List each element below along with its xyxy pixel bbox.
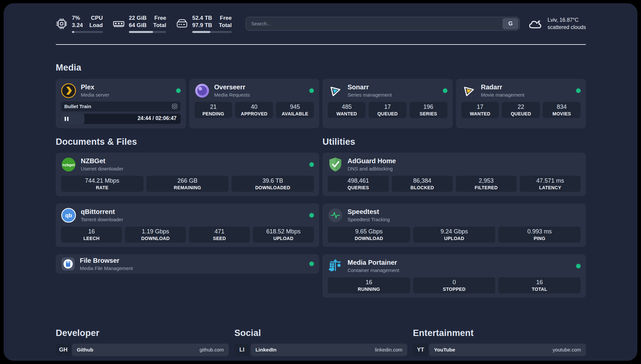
app-name: Speedtest [348,208,390,216]
status-online-dot [443,88,447,93]
app-desc: Series management [348,92,392,98]
github-abbr-icon: GH [56,344,71,356]
section-title-documents: Documents & Files [56,137,319,147]
app-desc: DNS and adblocking [348,166,396,171]
section-title-entertainment: Entertainment [413,328,586,338]
app-name: Media Portainer [348,259,399,266]
app-name: File Browser [80,257,133,264]
pause-icon [64,116,69,121]
app-card-nzbget[interactable]: nzbget NZBGet Usenet downloader 744.21 M… [56,153,319,196]
social-links-column: Social LI LinkedIn linkedin.com TW Twitt… [234,328,408,361]
stat-upload: 9.24 GbpsUPLOAD [413,227,496,243]
overseerr-icon [195,83,210,98]
stat-queries: 498,461QUERIES [328,176,389,192]
bookmark-name: Github [77,347,93,353]
app-card-portainer[interactable]: Media Portainer Container management 16R… [322,254,586,298]
bookmark-name: YouTube [434,347,455,353]
bookmark-url: linkedin.com [375,347,402,352]
app-name: NZBGet [81,157,123,165]
app-card-sonarr[interactable]: Sonarr Series management 485WANTED 17QUE… [322,79,453,128]
cpu-load-value: 3.24 [72,22,83,29]
developer-links-column: Developer GH Github github.com SO StackO… [56,328,229,361]
bookmark-youtube[interactable]: YT YouTube youtube.com [413,344,586,356]
cpu-label: CPU [89,15,103,22]
app-name: AdGuard Home [348,157,396,165]
stat-queued: 17QUEUED [369,102,407,118]
weather-location-temp: Lviv, 16.87°C [547,16,586,24]
storage-free-label: Free [219,15,231,22]
section-title-developer: Developer [56,328,229,338]
nzbget-icon: nzbget [61,157,76,172]
stat-ping: 0.993 msPING [498,227,581,243]
app-card-plex[interactable]: Plex Media server Bullet Train 24:44 / 0… [56,79,186,128]
app-desc: Media File Management [80,265,133,271]
stat-available: 945AVAILABLE [276,102,314,118]
app-card-qbittorrent[interactable]: qb qBittorrent Torrent downloader 16LEEC… [56,203,319,247]
weather-widget[interactable]: Lviv, 16.87°C scattered clouds [528,16,586,31]
stat-queued: 22QUEUED [502,102,540,118]
speedtest-icon [328,208,343,223]
app-card-filebrowser[interactable]: File Browser Media File Management [56,254,319,274]
status-online-dot [309,162,314,167]
bookmark-linkedin[interactable]: LI LinkedIn linkedin.com [234,344,408,356]
status-online-dot [576,264,581,268]
stat-filtered: 2,953FILTERED [456,176,517,192]
search-input[interactable] [246,21,503,26]
entertainment-links-column: Entertainment YT YouTube youtube.com NF … [413,328,586,361]
memory-progressbar [129,31,166,33]
status-online-dot [176,88,181,93]
bookmark-url: youtube.com [553,347,581,352]
storage-progressbar [192,31,232,33]
app-desc: Media server [81,92,109,98]
cpu-progressbar [72,31,103,33]
memory-free-label: Free [153,15,166,22]
app-card-adguard[interactable]: AdGuard Home DNS and adblocking 498,461Q… [322,153,586,196]
stat-wanted: 17WANTED [461,102,499,118]
bookmark-github[interactable]: GH Github github.com [56,344,229,356]
storage-free-value: 52.4 TB [192,15,212,22]
stat-series: 196SERIES [410,102,447,118]
adguard-icon [328,157,343,172]
stat-rate: 744.21 MbpsRATE [61,176,143,192]
status-online-dot [309,213,314,218]
app-card-overseerr[interactable]: Overseerr Media Requests 21PENDING 40APP… [189,79,320,128]
storage-stat-widget: 52.4 TB 97.9 TB Free Total [176,15,232,33]
now-playing-session-icon[interactable] [172,104,177,109]
cloud-icon [528,17,543,30]
qbittorrent-icon: qb [61,208,76,223]
memory-free-value: 22 GiB [129,15,147,22]
app-desc: Movie management [481,92,525,98]
cpu-percent: 7% [72,15,83,22]
stat-pending: 21PENDING [195,102,232,118]
section-title-social: Social [234,328,408,338]
playback-progressbar[interactable]: 24:44 / 02:06:47 [61,114,181,124]
svg-text:nzbget: nzbget [62,163,75,167]
memory-total-value: 64 GiB [129,22,147,29]
linkedin-abbr-icon: LI [234,344,250,356]
memory-total-label: Total [153,22,166,29]
search-engine-button[interactable]: G [503,18,518,29]
stat-downloaded: 39.6 TBDOWNLOADED [231,176,314,192]
filebrowser-icon [61,257,75,271]
status-online-dot [309,261,314,266]
stat-seed: 471SEED [189,227,250,243]
stat-blocked: 86,384BLOCKED [392,176,453,192]
status-online-dot [576,88,581,93]
memory-stat-widget: 22 GiB 64 GiB Free Total [113,15,166,33]
stat-wanted: 485WANTED [328,102,366,118]
plex-icon [61,83,76,98]
app-desc: Torrent downloader [81,217,123,222]
app-desc: Media Requests [214,92,250,98]
app-name: qBittorrent [81,208,123,216]
app-card-radarr[interactable]: Radarr Movie management 17WANTED 22QUEUE… [456,79,586,128]
app-desc: Container management [348,267,399,273]
app-name: Overseerr [214,83,250,91]
svg-text:qb: qb [65,212,72,219]
app-card-speedtest[interactable]: Speedtest Speedtest Tracking 9.65 GbpsDO… [322,203,586,247]
media-card-grid: Plex Media server Bullet Train 24:44 / 0… [56,79,586,128]
app-name: Radarr [481,83,525,91]
documents-column: Documents & Files nzbget NZBGet Usenet d… [56,137,319,305]
playback-time: 24:44 / 02:06:47 [137,115,176,121]
storage-total-label: Total [219,22,231,29]
bookmark-name: LinkedIn [256,347,277,353]
